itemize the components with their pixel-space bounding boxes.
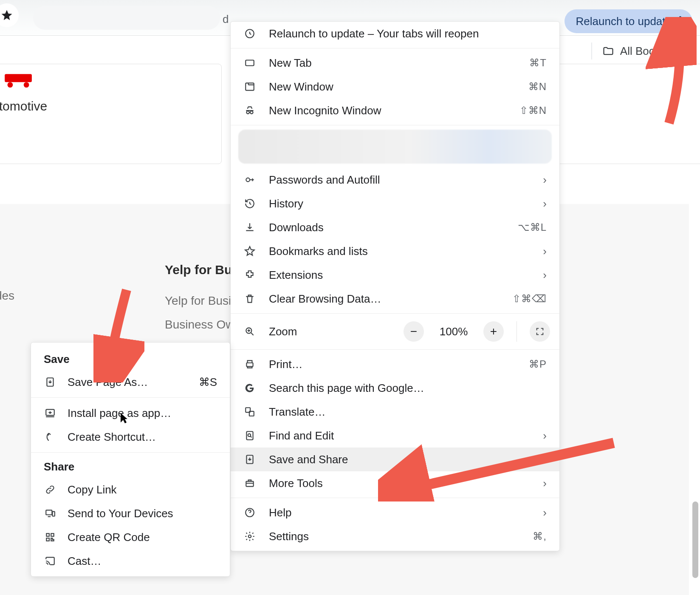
svg-rect-23	[46, 533, 49, 536]
chrome-main-menu: Relaunch to update – Your tabs will reop…	[230, 21, 560, 551]
svg-point-18	[248, 535, 251, 538]
menu-item-relaunch[interactable]: Relaunch to update – Your tabs will reop…	[231, 22, 559, 45]
menu-item-new-tab[interactable]: New Tab ⌘T	[231, 51, 559, 75]
extension-icon	[243, 269, 256, 280]
all-bookmarks-link[interactable]: All Bookmarks	[620, 45, 691, 58]
divider	[517, 321, 517, 342]
menu-label: New Incognito Window	[269, 104, 507, 117]
bookmark-star-button[interactable]	[0, 3, 19, 27]
print-icon	[243, 359, 256, 370]
update-icon	[243, 28, 256, 39]
chevron-right-icon: ›	[543, 453, 547, 466]
car-icon	[4, 71, 209, 91]
chevron-right-icon: ›	[543, 269, 547, 282]
chevron-right-icon: ›	[543, 245, 547, 258]
menu-shortcut: ⌘,	[533, 530, 547, 542]
category-card-automotive[interactable]: Automotive	[0, 64, 222, 164]
menu-label: Bookmarks and lists	[269, 245, 530, 258]
find-icon	[243, 430, 256, 441]
svg-rect-16	[246, 482, 253, 487]
window-icon	[243, 81, 256, 92]
submenu-item-send-devices[interactable]: Send to Your Devices	[31, 502, 230, 525]
cast-icon	[44, 555, 56, 567]
kebab-menu-icon[interactable]	[679, 16, 681, 27]
devices-icon	[44, 508, 56, 519]
menu-label: Relaunch to update – Your tabs will reop…	[269, 27, 547, 40]
menu-label: History	[269, 197, 530, 210]
fullscreen-button[interactable]	[530, 321, 550, 342]
menu-item-find-edit[interactable]: Find and Edit ›	[231, 424, 559, 448]
bookmarks-bar-right: All Bookmarks	[591, 42, 691, 60]
chevron-right-icon: ›	[543, 429, 547, 442]
translate-icon	[243, 406, 256, 417]
menu-item-help[interactable]: Help ›	[231, 501, 559, 524]
menu-item-more-tools[interactable]: More Tools ›	[231, 471, 559, 495]
svg-rect-0	[5, 74, 32, 82]
menu-item-downloads[interactable]: Downloads ⌥⌘L	[231, 215, 559, 239]
menu-shortcut: ⇧⌘⌫	[512, 293, 547, 305]
key-icon	[243, 174, 256, 185]
submenu-item-copy-link[interactable]: Copy Link	[31, 478, 230, 502]
category-label: Automotive	[0, 99, 209, 113]
zoom-value: 100%	[437, 325, 471, 338]
submenu-item-save-page[interactable]: Save Page As… ⌘S	[31, 370, 230, 394]
menu-item-clear-data[interactable]: Clear Browsing Data… ⇧⌘⌫	[231, 287, 559, 311]
svg-rect-4	[246, 60, 254, 66]
menu-separator	[231, 349, 559, 350]
link-icon	[44, 484, 56, 495]
install-icon	[44, 408, 56, 419]
svg-rect-24	[51, 533, 54, 536]
submenu-item-qr-code[interactable]: Create QR Code	[31, 525, 230, 549]
menu-item-new-window[interactable]: New Window ⌘N	[231, 75, 559, 99]
help-icon	[243, 507, 256, 518]
menu-label: Extensions	[269, 269, 530, 282]
svg-rect-25	[46, 538, 49, 541]
relaunch-update-button[interactable]: Relaunch to update	[565, 9, 692, 33]
menu-item-history[interactable]: History ›	[231, 192, 559, 215]
menu-item-settings[interactable]: Settings ⌘,	[231, 524, 559, 548]
svg-rect-21	[46, 510, 52, 515]
footer-link[interactable]: Cost Guides	[0, 289, 14, 303]
menu-label: Passwords and Autofill	[269, 173, 530, 187]
zoom-label: Zoom	[269, 325, 391, 338]
menu-item-save-share[interactable]: Save and Share ›	[231, 448, 559, 471]
zoom-out-button[interactable]: −	[404, 321, 424, 342]
menu-item-passwords[interactable]: Passwords and Autofill ›	[231, 168, 559, 192]
menu-shortcut: ⌘T	[529, 57, 547, 69]
submenu-label: Create Shortcut…	[68, 431, 217, 444]
tab-icon	[243, 57, 256, 68]
google-icon	[243, 382, 256, 394]
menu-item-translate[interactable]: Translate…	[231, 400, 559, 424]
star-icon	[0, 9, 13, 22]
menu-item-extensions[interactable]: Extensions ›	[231, 263, 559, 287]
zoom-icon	[243, 326, 256, 337]
submenu-heading-share: Share	[31, 456, 230, 478]
profile-row-blurred[interactable]	[238, 130, 552, 164]
save-share-submenu: Save Save Page As… ⌘S Install page as ap…	[31, 342, 230, 577]
submenu-label: Install page as app…	[68, 407, 217, 420]
menu-shortcut: ⌘N	[528, 81, 547, 93]
submenu-separator	[31, 397, 230, 398]
address-bar-text: d	[223, 13, 229, 26]
menu-item-print[interactable]: Print… ⌘P	[231, 352, 559, 376]
submenu-item-create-shortcut[interactable]: Create Shortcut…	[31, 425, 230, 449]
menu-separator	[231, 125, 559, 125]
menu-item-bookmarks[interactable]: Bookmarks and lists ›	[231, 239, 559, 263]
submenu-label: Cast…	[68, 555, 217, 568]
submenu-item-install-app[interactable]: Install page as app…	[31, 401, 230, 425]
submenu-item-cast[interactable]: Cast…	[31, 549, 230, 573]
menu-item-incognito[interactable]: New Incognito Window ⇧⌘N	[231, 99, 559, 122]
menu-shortcut: ⌥⌘L	[518, 221, 547, 233]
address-bar[interactable]	[33, 6, 220, 30]
incognito-icon	[243, 105, 256, 116]
star-icon	[243, 246, 256, 257]
divider	[591, 42, 592, 60]
menu-separator	[231, 498, 559, 498]
svg-rect-5	[246, 83, 254, 90]
zoom-in-button[interactable]: +	[483, 321, 504, 342]
shortcut-icon	[44, 431, 56, 442]
svg-point-2	[24, 82, 29, 88]
svg-rect-13	[246, 431, 253, 440]
submenu-separator	[31, 452, 230, 453]
menu-item-search-google[interactable]: Search this page with Google…	[231, 376, 559, 400]
